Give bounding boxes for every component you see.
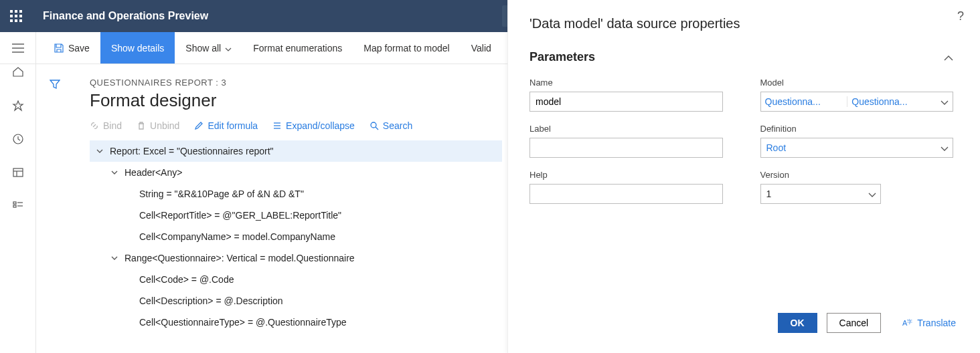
waffle-icon	[10, 10, 22, 22]
format-enum-label: Format enumerations	[253, 43, 342, 53]
version-combo[interactable]: 1	[760, 184, 881, 204]
nav-home-icon[interactable]	[10, 64, 26, 80]
nav-favorites-icon[interactable]	[10, 98, 26, 114]
tree-twist-icon	[123, 273, 135, 285]
label-field[interactable]	[529, 138, 723, 158]
panel-title: 'Data model' data source properties	[529, 16, 953, 31]
nav-recent-icon[interactable]	[10, 131, 26, 147]
name-label: Name	[529, 78, 723, 88]
unbind-button[interactable]: Unbind	[137, 120, 179, 131]
svg-text:字: 字	[907, 319, 912, 325]
show-all-button[interactable]: Show all	[175, 32, 242, 64]
label-label: Label	[529, 124, 723, 134]
tree-row[interactable]: Range<Questionnaire>: Vertical = model.Q…	[90, 247, 502, 269]
tree-twist-icon[interactable]	[108, 166, 120, 179]
tree-twist-icon	[123, 295, 135, 307]
svg-point-16	[371, 122, 376, 128]
definition-value: Root	[766, 142, 787, 153]
tree-row[interactable]: Cell<Description> = @.Description	[90, 290, 502, 312]
model-combo[interactable]: Questionna... Questionna...	[760, 92, 954, 112]
tree-row-label: Range<Questionnaire>: Vertical = model.Q…	[125, 253, 355, 263]
show-details-button[interactable]: Show details	[100, 32, 175, 64]
show-all-label: Show all	[185, 43, 221, 53]
help-field[interactable]	[529, 184, 723, 204]
tree-twist-icon[interactable]	[108, 252, 120, 264]
model-value-1: Questionna...	[761, 96, 847, 107]
svg-rect-7	[13, 205, 16, 207]
svg-rect-6	[13, 202, 16, 204]
translate-link[interactable]: A字 Translate	[902, 318, 956, 328]
svg-line-17	[376, 127, 378, 130]
tree-row[interactable]: Report: Excel = "Questionnaires report"	[90, 140, 502, 162]
tree-row[interactable]: Cell<CompanyName> = model.CompanyName	[90, 226, 502, 247]
chevron-down-icon	[868, 189, 876, 199]
tree-twist-icon[interactable]	[94, 145, 106, 157]
ok-button[interactable]: OK	[778, 313, 817, 333]
map-format-button[interactable]: Map format to model	[353, 32, 460, 64]
chevron-down-icon	[941, 142, 949, 153]
chevron-down-icon	[225, 43, 232, 53]
nav-modules-icon[interactable]	[10, 198, 26, 214]
help-icon[interactable]: ?	[957, 9, 964, 23]
validate-label: Valid	[471, 43, 491, 53]
expand-collapse-button[interactable]: Expand/collapse	[272, 120, 355, 131]
format-enumerations-button[interactable]: Format enumerations	[242, 32, 353, 64]
trash-icon	[137, 121, 146, 130]
version-value: 1	[766, 189, 772, 199]
save-icon	[54, 43, 64, 53]
app-title: Finance and Operations Preview	[32, 10, 219, 22]
filter-icon[interactable]	[50, 79, 60, 353]
definition-label: Definition	[760, 124, 954, 134]
pencil-icon	[194, 121, 203, 130]
save-button[interactable]: Save	[43, 32, 100, 64]
definition-combo[interactable]: Root	[760, 138, 954, 158]
search-icon	[370, 121, 379, 130]
version-label: Version	[760, 170, 954, 180]
list-icon	[272, 121, 282, 130]
tree-twist-icon	[123, 231, 135, 243]
tree-twist-icon	[123, 316, 135, 328]
save-label: Save	[68, 43, 90, 53]
tree-row-label: Cell<Description> = @.Description	[139, 296, 283, 306]
model-value-2: Questionna...	[847, 96, 934, 107]
cancel-button[interactable]: Cancel	[827, 313, 882, 333]
tree-twist-icon	[123, 209, 135, 221]
tree-row[interactable]: Cell<ReportTitle> = @"GER_LABEL:ReportTi…	[90, 205, 502, 226]
nav-workspaces-icon[interactable]	[10, 164, 26, 181]
page-title: Format designer	[90, 90, 502, 111]
tree-row[interactable]: String = "&R&10Page &P of &N &D &T"	[90, 183, 502, 205]
tree-row[interactable]: Cell<QuestionnaireType> = @.Questionnair…	[90, 312, 502, 333]
tree-row-label: String = "&R&10Page &P of &N &D &T"	[139, 189, 304, 199]
tree-row-label: Cell<Code> = @.Code	[139, 274, 234, 285]
name-field[interactable]	[529, 92, 723, 112]
tree-row-label: Cell<QuestionnaireType> = @.Questionnair…	[139, 317, 347, 328]
parameters-section-header: Parameters	[529, 50, 595, 64]
menu-icon	[12, 43, 24, 53]
link-icon	[90, 121, 99, 130]
tree-search-button[interactable]: Search	[370, 120, 412, 131]
translate-icon: A字	[902, 318, 913, 328]
validate-button[interactable]: Valid	[461, 32, 502, 64]
tree-row[interactable]: Cell<Code> = @.Code	[90, 269, 502, 290]
tree-row-label: Cell<CompanyName> = model.CompanyName	[139, 231, 335, 242]
chevron-down-icon	[941, 96, 949, 107]
tree-twist-icon	[123, 188, 135, 200]
model-label: Model	[760, 78, 954, 88]
tree-row-label: Report: Excel = "Questionnaires report"	[110, 146, 274, 156]
tree-row-label: Cell<ReportTitle> = @"GER_LABEL:ReportTi…	[139, 210, 341, 221]
bind-button[interactable]: Bind	[90, 120, 122, 131]
app-launcher[interactable]	[0, 0, 32, 32]
hamburger-menu[interactable]	[0, 32, 36, 64]
help-label: Help	[529, 170, 723, 180]
show-details-label: Show details	[111, 43, 164, 53]
tree-row-label: Header<Any>	[125, 167, 182, 178]
map-format-label: Map format to model	[363, 43, 449, 53]
svg-rect-3	[13, 168, 23, 176]
edit-formula-button[interactable]: Edit formula	[194, 120, 258, 131]
collapse-section-icon[interactable]	[944, 52, 953, 63]
translate-label: Translate	[917, 318, 956, 328]
breadcrumb: QUESTIONNAIRES REPORT : 3	[90, 78, 502, 88]
tree-row[interactable]: Header<Any>	[90, 162, 502, 183]
